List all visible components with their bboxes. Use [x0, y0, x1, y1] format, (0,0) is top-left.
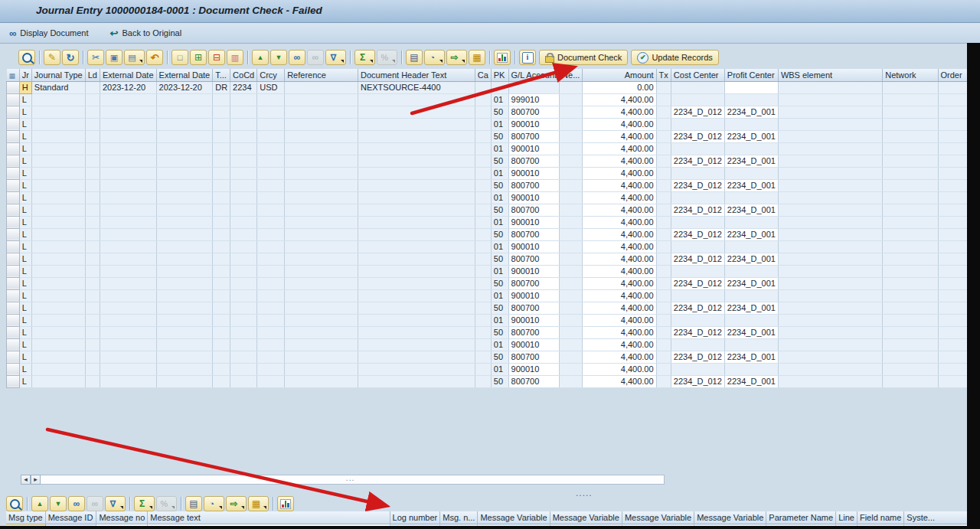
cell-amount[interactable]: 4,400.00 — [583, 130, 656, 142]
cell-gl_account[interactable]: 800700 — [508, 228, 560, 240]
column-header-network[interactable]: Network — [883, 69, 938, 81]
filter-button[interactable]: ∇ — [325, 50, 346, 65]
print-button[interactable]: ▤ — [185, 496, 202, 511]
chart-button[interactable] — [277, 496, 294, 511]
row-selector[interactable] — [7, 155, 20, 167]
cell-amount[interactable]: 4,400.00 — [583, 289, 656, 302]
cell-gl_account[interactable]: 900010 — [508, 265, 560, 277]
row-selector[interactable] — [7, 314, 20, 326]
cell-gl_account[interactable]: 800700 — [508, 375, 560, 387]
cell-gl_account[interactable]: 800700 — [508, 302, 560, 314]
row-selector[interactable] — [7, 118, 20, 130]
display-document-button[interactable]: ∞Display Document — [9, 28, 89, 38]
update-records-button[interactable]: ✔Update Records — [631, 50, 719, 65]
cell-gl_account[interactable]: 900010 — [508, 118, 560, 130]
cell-profit_center[interactable]: 2234_D_001 — [724, 326, 778, 338]
new-row-button[interactable]: □ — [172, 50, 188, 65]
insert-row-button[interactable]: ⊞ — [190, 50, 207, 65]
cell-profit_center[interactable]: 2234_D_001 — [724, 302, 778, 314]
details-button[interactable] — [18, 50, 35, 65]
sort-asc-button[interactable]: ▲ — [252, 50, 269, 65]
find-next-button[interactable]: ∞ — [87, 496, 103, 511]
column-header-journal_type[interactable]: Journal Type — [31, 69, 85, 81]
cell-cost_center[interactable]: 2234_D_012 — [671, 253, 724, 265]
cell-gl_account[interactable]: 900010 — [508, 142, 560, 155]
copy-button[interactable]: ▣ — [106, 50, 122, 65]
cell-gl_account[interactable]: 900010 — [508, 240, 560, 253]
column-header-reference[interactable]: Reference — [285, 69, 358, 81]
cell-gl_account[interactable]: 800700 — [508, 253, 560, 265]
column-header-wbs_element[interactable]: WBS element — [778, 69, 882, 81]
chart-button[interactable] — [494, 50, 511, 65]
cell-cost_center[interactable]: 2234_D_012 — [671, 326, 724, 338]
cell-amount[interactable]: 4,400.00 — [583, 167, 656, 179]
cell-cost_center[interactable]: 2234_D_012 — [671, 179, 724, 191]
cell-gl_account[interactable]: 800700 — [508, 106, 560, 118]
column-header-parameter_name[interactable]: Parameter Name — [766, 511, 836, 524]
column-header-message_variable_1[interactable]: Message Variable — [478, 511, 550, 524]
column-header-msg_type[interactable]: Msg type — [6, 511, 45, 524]
column-header-cost_center[interactable]: Cost Center — [671, 69, 724, 81]
cell-profit_center[interactable]: 2234_D_001 — [724, 130, 778, 142]
row-selector[interactable] — [7, 289, 20, 302]
cell-profit_center[interactable]: 2234_D_001 — [724, 375, 778, 387]
cell-gl_account[interactable]: 900010 — [508, 338, 560, 351]
cell-amount[interactable]: 4,400.00 — [583, 93, 656, 106]
column-header-message_variable_4[interactable]: Message Variable — [694, 511, 766, 524]
cell-cost_center[interactable]: 2234_D_012 — [671, 106, 724, 118]
column-header-msg_n[interactable]: Msg. n... — [440, 511, 478, 524]
find-next-button[interactable]: ∞ — [307, 50, 324, 65]
cell-amount[interactable]: 4,400.00 — [583, 204, 656, 216]
cell-amount[interactable]: 4,400.00 — [583, 179, 656, 191]
cell-profit_center[interactable]: 2234_D_001 — [724, 204, 778, 216]
cell-amount[interactable]: 0.00 — [583, 81, 656, 93]
cell-amount[interactable]: 4,400.00 — [583, 277, 656, 289]
delete-row-button[interactable]: ⊟ — [208, 50, 225, 65]
column-header-message_variable_2[interactable]: Message Variable — [550, 511, 622, 524]
row-selector[interactable] — [7, 167, 20, 179]
row-selector[interactable] — [7, 191, 20, 204]
cell-profit_center[interactable]: 2234_D_001 — [724, 155, 778, 167]
cell-profit_center[interactable]: 2234_D_001 — [724, 253, 778, 265]
column-header-crcy[interactable]: Crcy — [257, 69, 285, 81]
cell-gl_account[interactable]: 800700 — [508, 155, 560, 167]
cell-amount[interactable]: 4,400.00 — [583, 142, 656, 155]
export-button[interactable]: ⇨ — [446, 50, 467, 65]
cell-cost_center[interactable]: 2234_D_012 — [671, 204, 724, 216]
cell-gl_account[interactable]: 800700 — [508, 326, 560, 338]
cell-amount[interactable]: 4,400.00 — [583, 191, 656, 204]
row-selector[interactable] — [7, 179, 20, 191]
scrollbar-track[interactable]: ... — [41, 475, 665, 485]
row-selector[interactable] — [7, 265, 20, 277]
cell-cost_center[interactable]: 2234_D_012 — [671, 277, 724, 289]
cell-gl_account[interactable]: 800700 — [508, 179, 560, 191]
row-selector[interactable] — [7, 326, 20, 338]
row-selector[interactable] — [7, 240, 20, 253]
cell-gl_account[interactable]: 800700 — [508, 204, 560, 216]
refresh-button[interactable]: ↻ — [62, 50, 79, 65]
column-header-field_name[interactable]: Field name — [857, 511, 903, 524]
column-header-ne[interactable]: Ne... — [560, 69, 583, 81]
info-button[interactable]: i — [519, 50, 536, 65]
column-header-tx[interactable]: Tx — [656, 69, 671, 81]
total-button[interactable]: Σ — [354, 50, 375, 65]
row-selector[interactable] — [7, 351, 20, 363]
undo-button[interactable]: ↶ — [146, 50, 163, 65]
column-header-message_text[interactable]: Message text — [148, 511, 390, 524]
column-header-external_date_2[interactable]: External Date — [156, 69, 213, 81]
cell-profit_center[interactable]: 2234_D_001 — [724, 106, 778, 118]
row-selector[interactable] — [7, 277, 20, 289]
cell-profit_center[interactable] — [724, 81, 778, 93]
cell-amount[interactable]: 4,400.00 — [583, 240, 656, 253]
duplicate-row-button[interactable]: ▥ — [227, 50, 243, 65]
scroll-right-button[interactable]: ▸ — [31, 475, 41, 485]
column-header-t[interactable]: T... — [213, 69, 230, 81]
row-selector[interactable] — [7, 363, 20, 375]
filter-button[interactable]: ∇ — [105, 496, 126, 511]
cell-profit_center[interactable]: 2234_D_001 — [724, 351, 778, 363]
cell-cost_center[interactable]: 2234_D_012 — [671, 130, 724, 142]
row-selector[interactable] — [7, 253, 20, 265]
row-selector[interactable] — [7, 81, 20, 93]
cell-gl_account[interactable]: 800700 — [508, 130, 560, 142]
cell-gl_account[interactable]: 900010 — [508, 216, 560, 228]
